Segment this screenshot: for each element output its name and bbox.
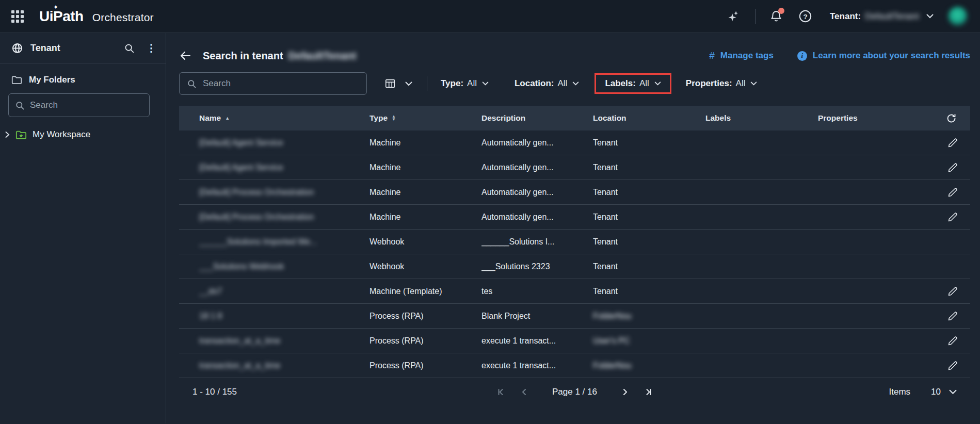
- my-folders-label: My Folders: [29, 75, 75, 85]
- filter-divider: [427, 76, 427, 91]
- edit-pencil-icon[interactable]: [947, 361, 958, 371]
- row-location: Tenant: [593, 163, 705, 172]
- items-per-page[interactable]: Items 10: [889, 387, 957, 397]
- autopilot-icon[interactable]: [727, 9, 741, 24]
- filter-type[interactable]: Type: All: [441, 78, 489, 89]
- row-location: FolderNou: [593, 312, 705, 321]
- tenant-selector-value: DefaultTenant: [865, 11, 919, 22]
- table-row[interactable]: __do7Machine (Template)tesTenant: [179, 279, 970, 304]
- uipath-logo: ✦ UiPath Orchestrator: [39, 8, 154, 25]
- main-search-box: [179, 72, 367, 95]
- edit-pencil-icon[interactable]: [947, 336, 958, 346]
- row-name[interactable]: ___Solutions Webhook: [179, 262, 369, 271]
- row-type: Process (RPA): [369, 312, 481, 321]
- row-location: Tenant: [593, 213, 705, 222]
- row-name[interactable]: transaction_at_a_time: [179, 361, 369, 370]
- back-arrow-icon[interactable]: [179, 51, 191, 61]
- chevron-down-icon: [949, 389, 957, 395]
- row-description: Automatically gen...: [481, 163, 593, 172]
- search-icon: [187, 79, 197, 89]
- hash-icon: #: [709, 50, 715, 61]
- row-description: ___Solutions 2323: [481, 262, 593, 271]
- svg-text:?: ?: [803, 13, 807, 21]
- table-row[interactable]: ___Solutions WebhookWebhook___Solutions …: [179, 254, 970, 279]
- column-header-name[interactable]: Name▲: [179, 113, 369, 123]
- column-header-location: Location: [593, 113, 705, 123]
- edit-pencil-icon[interactable]: [947, 212, 958, 222]
- filter-location[interactable]: Location: All: [515, 78, 579, 89]
- row-name[interactable]: 18 1 8: [179, 312, 369, 321]
- column-header-properties: Properties: [818, 113, 930, 123]
- page-title: Search in tenant DefaultTenant: [203, 50, 356, 62]
- sidebar: Tenant ⋮ My Folders: [0, 33, 166, 423]
- row-name[interactable]: ______Solutions Imported We...: [179, 237, 369, 247]
- info-icon: i: [797, 51, 807, 61]
- page-indicator: Page 1 / 16: [552, 387, 597, 397]
- chevron-right-icon[interactable]: [4, 131, 10, 138]
- table-header: Name▲ Type ▲▼ Description Location Label…: [179, 106, 970, 131]
- sidebar-kebab-menu-icon[interactable]: ⋮: [146, 42, 156, 54]
- sidebar-item-my-workspace[interactable]: My Workspace: [4, 129, 166, 140]
- table-row[interactable]: ______Solutions Imported We...Webhook___…: [179, 230, 970, 254]
- row-name[interactable]: transaction_at_a_time: [179, 336, 369, 346]
- row-name[interactable]: [Default] Agent Service: [179, 163, 369, 172]
- main-search-input[interactable]: [203, 78, 359, 89]
- row-name[interactable]: [Default] Process Orchestration: [179, 213, 369, 222]
- folder-icon: [11, 75, 22, 85]
- filter-toolbar: Type: All Location: All Labels: All: [179, 71, 970, 96]
- table-row[interactable]: transaction_at_a_timeProcess (RPA)execut…: [179, 353, 970, 378]
- edit-pencil-icon[interactable]: [947, 138, 958, 148]
- sidebar-search-icon[interactable]: [124, 43, 135, 54]
- row-location: Tenant: [593, 237, 705, 247]
- edit-pencil-icon[interactable]: [947, 286, 958, 297]
- row-type: Machine: [369, 138, 481, 148]
- app-launcher-icon[interactable]: [11, 10, 24, 23]
- columns-icon: [384, 78, 396, 89]
- table-row[interactable]: [Default] Process OrchestrationMachineAu…: [179, 180, 970, 205]
- table-row[interactable]: 18 1 8Process (RPA)Blank ProjectFolderNo…: [179, 304, 970, 329]
- tenant-selector[interactable]: Tenant: DefaultTenant: [830, 11, 934, 22]
- column-picker[interactable]: [384, 78, 412, 89]
- filter-labels[interactable]: Labels: All: [605, 78, 661, 89]
- edit-pencil-icon[interactable]: [947, 311, 958, 321]
- filter-properties[interactable]: Properties: All: [686, 78, 758, 89]
- table-footer: 1 - 10 / 155 Page 1 / 16 Items 10: [179, 378, 970, 406]
- edit-pencil-icon[interactable]: [947, 187, 958, 198]
- workspace-folder-star-icon: [15, 130, 27, 140]
- row-type: Process (RPA): [369, 336, 481, 346]
- table-row[interactable]: [Default] Process OrchestrationMachineAu…: [179, 205, 970, 230]
- sort-asc-icon: ▲: [225, 116, 230, 121]
- items-label: Items: [889, 387, 911, 397]
- next-page-icon[interactable]: [617, 383, 634, 401]
- edit-pencil-icon[interactable]: [947, 162, 958, 173]
- sidebar-search-input[interactable]: [30, 100, 143, 110]
- row-name[interactable]: __do7: [179, 287, 369, 296]
- refresh-icon[interactable]: [930, 113, 970, 124]
- row-name[interactable]: [Default] Process Orchestration: [179, 188, 369, 197]
- table-row[interactable]: transaction_at_a_timeProcess (RPA)execut…: [179, 329, 970, 353]
- logo-app-name: Orchestrator: [92, 11, 154, 24]
- notifications-bell-icon[interactable]: [769, 10, 783, 23]
- previous-page-icon[interactable]: [515, 383, 533, 401]
- sidebar-item-my-folders[interactable]: My Folders: [11, 75, 166, 85]
- row-type: Webhook: [369, 262, 481, 271]
- column-header-labels: Labels: [705, 113, 818, 123]
- chevron-down-icon: [926, 14, 934, 19]
- row-description: execute 1 transact...: [481, 336, 593, 346]
- row-name[interactable]: [Default] Agent Service: [179, 138, 369, 148]
- sidebar-header: Tenant ⋮: [0, 33, 166, 63]
- chevron-down-icon: [750, 81, 757, 86]
- table-row[interactable]: [Default] Agent ServiceMachineAutomatica…: [179, 155, 970, 180]
- first-page-icon[interactable]: [492, 383, 510, 401]
- last-page-icon[interactable]: [639, 383, 657, 401]
- user-avatar[interactable]: [948, 7, 968, 26]
- logo-product: UiPath: [39, 8, 84, 25]
- row-location: FolderNou: [593, 361, 705, 370]
- manage-tags-link[interactable]: # Manage tags: [709, 50, 774, 61]
- column-header-type[interactable]: Type ▲▼: [369, 113, 481, 123]
- column-header-description: Description: [481, 113, 593, 123]
- learn-more-link[interactable]: i Learn more about your search results: [797, 51, 970, 61]
- help-icon[interactable]: ?: [798, 9, 812, 23]
- table-row[interactable]: [Default] Agent ServiceMachineAutomatica…: [179, 131, 970, 155]
- topbar-divider: [755, 9, 756, 24]
